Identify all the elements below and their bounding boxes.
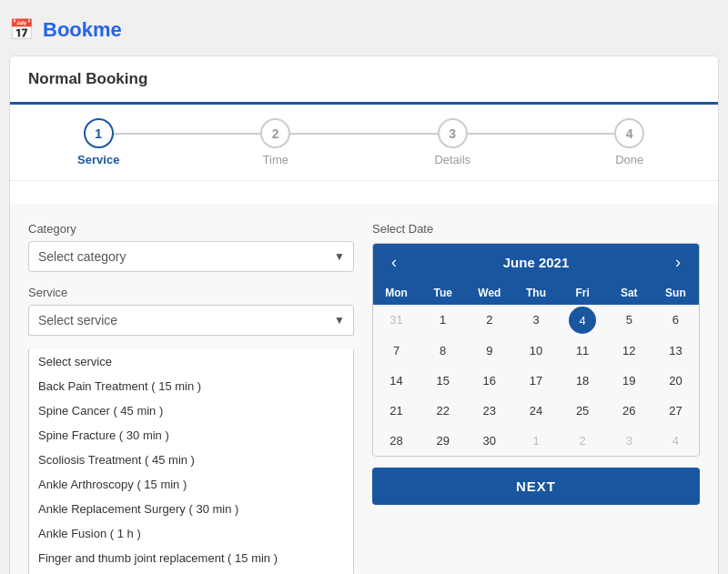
calendar-prev-btn[interactable]: ‹	[387, 253, 401, 272]
calendar-day[interactable]: 5	[606, 305, 652, 336]
calendar-day: 3	[606, 426, 652, 456]
card-header: Normal Booking	[10, 56, 718, 105]
calendar-header: ‹ June 2021 ›	[373, 244, 699, 281]
step-label: Details	[434, 153, 470, 166]
weekday-label: Wed	[466, 281, 512, 305]
dropdown-item[interactable]: Back Pain Treatment ( 15 min )	[29, 374, 353, 398]
calendar-day[interactable]: 19	[606, 366, 652, 396]
calendar-day[interactable]: 13	[652, 336, 699, 366]
main-content: Category Select category ▼ Service Selec…	[28, 222, 700, 574]
calendar-day[interactable]: 15	[420, 366, 466, 396]
right-panel: Select Date ‹ June 2021 › MonTueWedThuFr…	[372, 222, 700, 574]
calendar-day: 1	[512, 426, 559, 456]
step-circle: 1	[84, 118, 114, 148]
calendar-day[interactable]: 2	[466, 305, 512, 336]
weekday-label: Thu	[512, 281, 559, 305]
calendar-next-btn[interactable]: ›	[671, 253, 685, 272]
calendar-day[interactable]: 9	[466, 336, 512, 366]
calendar-day[interactable]: 11	[560, 336, 606, 366]
calendar-day[interactable]: 16	[466, 366, 512, 396]
app-title: Bookme	[43, 18, 122, 42]
calendar-day: 2	[560, 426, 606, 456]
calendar-label: Select Date	[372, 222, 700, 236]
calendar-day[interactable]: 12	[606, 336, 652, 366]
step-label: Done	[615, 153, 643, 166]
step-label: Time	[263, 153, 288, 166]
category-select[interactable]: Select category	[28, 241, 354, 272]
service-dropdown-list: Select serviceBack Pain Treatment ( 15 m…	[28, 349, 354, 574]
dropdown-item[interactable]: Ankle Fusion ( 1 h )	[29, 521, 353, 546]
card-body: Category Select category ▼ Service Selec…	[10, 204, 718, 574]
app-icon: 📅	[9, 18, 34, 42]
calendar-day[interactable]: 8	[420, 336, 466, 366]
step-service: 1 Service	[10, 118, 187, 166]
calendar-weekdays: MonTueWedThuFriSatSun	[373, 281, 699, 305]
dropdown-item[interactable]: Spine Fracture ( 30 min )	[29, 423, 353, 448]
service-label: Service	[28, 286, 354, 299]
dropdown-item[interactable]: Select service	[29, 349, 353, 374]
calendar-day[interactable]: 4	[569, 307, 596, 334]
calendar-month-year: June 2021	[503, 255, 570, 270]
calendar-day[interactable]: 6	[652, 305, 699, 336]
calendar-day[interactable]: 27	[652, 396, 699, 426]
calendar-days: 3112345678910111213141516171819202122232…	[373, 305, 699, 456]
dropdown-item[interactable]: Ankle Arthroscopy ( 15 min )	[29, 472, 353, 497]
dropdown-item[interactable]: Finger and thumb joint replacement ( 15 …	[29, 546, 353, 570]
dropdown-item[interactable]: Scoliosis Treatment ( 45 min )	[29, 448, 353, 472]
service-select[interactable]: Select service	[28, 305, 354, 336]
step-circle: 4	[614, 118, 644, 148]
next-button[interactable]: NEXT	[372, 468, 700, 505]
calendar-day[interactable]: 17	[512, 366, 559, 396]
step-time: 2 Time	[187, 118, 365, 166]
steps-bar: 1 Service 2 Time 3 Details 4 Done	[10, 105, 718, 181]
step-done: 4 Done	[541, 118, 719, 166]
step-circle: 3	[438, 118, 468, 148]
category-select-wrapper: Select category ▼	[28, 241, 354, 272]
weekday-label: Sat	[606, 281, 652, 305]
service-select-wrapper: Select service ▼	[28, 305, 354, 336]
calendar-day[interactable]: 26	[606, 396, 652, 426]
calendar-day[interactable]: 20	[652, 366, 699, 396]
calendar-day[interactable]: 30	[466, 426, 512, 456]
left-panel: Category Select category ▼ Service Selec…	[28, 222, 354, 574]
calendar-day[interactable]: 18	[560, 366, 606, 396]
calendar-day[interactable]: 24	[512, 396, 559, 426]
weekday-label: Mon	[373, 281, 420, 305]
calendar-day[interactable]: 10	[512, 336, 559, 366]
calendar-day[interactable]: 23	[466, 396, 512, 426]
weekday-label: Tue	[420, 281, 466, 305]
weekday-label: Fri	[560, 281, 606, 305]
calendar-day[interactable]: 3	[512, 305, 559, 336]
dropdown-item[interactable]: Ankle Replacement Surgery ( 30 min )	[29, 497, 353, 521]
step-label: Service	[77, 153, 119, 166]
calendar-day[interactable]: 21	[373, 396, 420, 426]
weekday-label: Sun	[652, 281, 699, 305]
category-label: Category	[28, 222, 354, 236]
calendar-day[interactable]: 22	[420, 396, 466, 426]
main-card: Normal Booking 1 Service 2 Time 3 Detail…	[9, 55, 719, 574]
calendar-day[interactable]: 28	[373, 426, 420, 456]
dropdown-item[interactable]: Spine Cancer ( 45 min )	[29, 398, 353, 423]
calendar-day[interactable]: 1	[420, 305, 466, 336]
calendar-day[interactable]: 14	[373, 366, 420, 396]
calendar-day: 31	[373, 305, 420, 336]
card-title: Normal Booking	[28, 70, 147, 87]
calendar-day[interactable]: 7	[373, 336, 420, 366]
app-header: 📅 Bookme	[9, 9, 719, 55]
calendar-day[interactable]: 29	[420, 426, 466, 456]
calendar: ‹ June 2021 › MonTueWedThuFriSatSun 3112…	[372, 243, 700, 457]
step-circle: 2	[260, 118, 290, 148]
dropdown-item[interactable]: Thumb CMC surgery ( 45 min )	[29, 570, 353, 574]
calendar-day[interactable]: 25	[560, 396, 606, 426]
step-details: 3 Details	[364, 118, 541, 166]
calendar-day: 4	[652, 426, 699, 456]
